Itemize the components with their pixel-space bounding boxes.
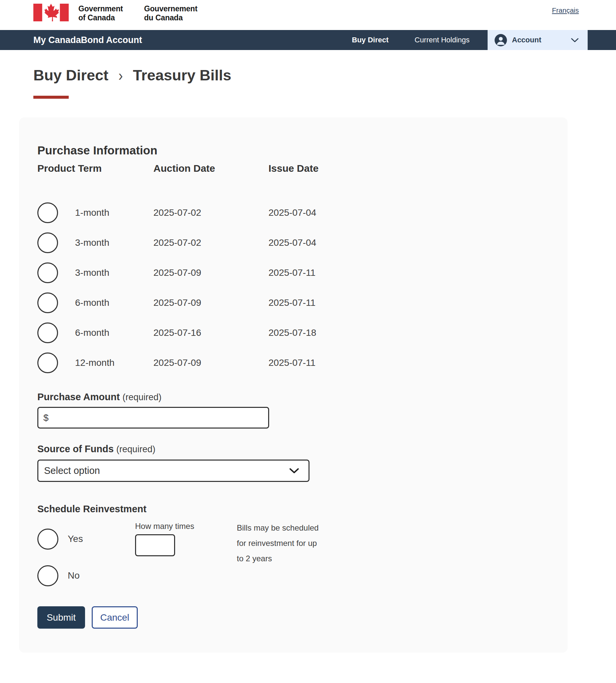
product-term-radio[interactable] [37, 323, 58, 343]
purchase-amount-input[interactable] [52, 412, 265, 423]
purchase-information-card: Purchase Information Product Term Auctio… [19, 117, 568, 653]
auction-date-value: 2025-07-16 [153, 328, 268, 338]
app-title: My CanadaBond Account [34, 30, 142, 50]
auction-date-value: 2025-07-09 [153, 298, 268, 308]
selected-option-label: Select option [44, 465, 100, 476]
user-icon [494, 34, 507, 46]
product-term-label: 1-month [75, 207, 109, 218]
auction-date-value: 2025-07-02 [153, 238, 268, 248]
column-header-issue-date: Issue Date [268, 163, 318, 174]
reinvestment-note: Bills may be scheduled for reinvestment … [237, 520, 318, 566]
government-of-canada-wordmark-en: Governmentof Canada [79, 4, 123, 22]
chevron-down-icon [571, 38, 579, 42]
active-crumb-underline [34, 96, 69, 99]
auction-date-value: 2025-07-09 [153, 267, 268, 278]
column-header-auction-date: Auction Date [153, 163, 268, 174]
issue-date-value: 2025-07-11 [268, 298, 315, 308]
table-row: 1-month 2025-07-02 2025-07-04 [37, 202, 316, 223]
product-term-label: 3-month [75, 238, 109, 248]
auction-date-value: 2025-07-02 [153, 207, 268, 218]
card-title: Purchase Information [37, 144, 157, 157]
table-row: 3-month 2025-07-02 2025-07-04 [37, 232, 316, 254]
canada-flag-icon [34, 4, 69, 21]
cancel-button[interactable]: Cancel [92, 606, 138, 629]
product-term-radio[interactable] [37, 202, 58, 223]
nav-item-buy-direct[interactable]: Buy Direct [352, 30, 389, 50]
product-term-table: 1-month 2025-07-02 2025-07-04 3-month 20… [37, 202, 316, 382]
source-of-funds-label: Source of Funds (required) [37, 444, 155, 455]
product-term-radio[interactable] [37, 262, 58, 283]
purchase-amount-field[interactable]: $ [37, 407, 269, 428]
table-row: 3-month 2025-07-09 2025-07-11 [37, 262, 316, 284]
reinvestment-yes-label: Yes [68, 534, 83, 544]
site-header: Governmentof Canada Gouvernementdu Canad… [0, 0, 616, 30]
issue-date-value: 2025-07-04 [268, 238, 316, 248]
table-row: 12-month 2025-07-09 2025-07-11 [37, 352, 316, 374]
language-toggle-link[interactable]: Français [552, 6, 579, 14]
product-term-label: 12-month [75, 357, 114, 368]
chevron-down-icon [289, 468, 299, 473]
issue-date-value: 2025-07-18 [268, 328, 316, 338]
breadcrumb-buy-direct[interactable]: Buy Direct [34, 67, 108, 84]
table-row: 6-month 2025-07-09 2025-07-11 [37, 292, 316, 313]
page: Governmentof Canada Gouvernementdu Canad… [0, 0, 616, 683]
account-menu[interactable]: Account [488, 30, 588, 50]
government-of-canada-wordmark-fr: Gouvernementdu Canada [144, 4, 197, 22]
source-of-funds-select[interactable]: Select option [37, 460, 309, 482]
product-term-label: 6-month [75, 328, 109, 338]
nav-item-current-holdings[interactable]: Current Holdings [415, 30, 469, 50]
auction-date-value: 2025-07-09 [153, 357, 268, 368]
schedule-reinvestment-label: Schedule Reinvestment [37, 504, 147, 514]
breadcrumb-separator-icon: › [118, 67, 123, 84]
account-label: Account [512, 36, 541, 44]
product-term-label: 3-month [75, 267, 109, 278]
top-nav-bar: My CanadaBond Account Buy Direct Current… [0, 30, 616, 50]
column-header-product-term: Product Term [37, 163, 153, 174]
breadcrumb-treasury-bills: Treasury Bills [133, 67, 231, 84]
issue-date-value: 2025-07-11 [268, 267, 315, 278]
product-term-radio[interactable] [37, 353, 58, 373]
dollar-prefix: $ [43, 413, 49, 423]
reinvestment-no-radio[interactable] [37, 565, 58, 586]
product-term-label: 6-month [75, 298, 109, 308]
issue-date-value: 2025-07-04 [268, 207, 316, 218]
submit-button[interactable]: Submit [37, 606, 85, 629]
how-many-times-input[interactable] [135, 534, 175, 556]
purchase-amount-label: Purchase Amount (required) [37, 392, 161, 402]
breadcrumb: Buy Direct › Treasury Bills [34, 67, 232, 84]
reinvestment-no-label: No [68, 570, 80, 581]
reinvestment-yes-radio[interactable] [37, 529, 58, 550]
table-row: 6-month 2025-07-16 2025-07-18 [37, 322, 316, 344]
product-term-radio[interactable] [37, 233, 58, 253]
product-term-radio[interactable] [37, 292, 58, 313]
issue-date-value: 2025-07-11 [268, 357, 315, 368]
table-header-row: Product Term Auction Date Issue Date [37, 163, 318, 174]
how-many-times-label: How many times [135, 522, 194, 531]
